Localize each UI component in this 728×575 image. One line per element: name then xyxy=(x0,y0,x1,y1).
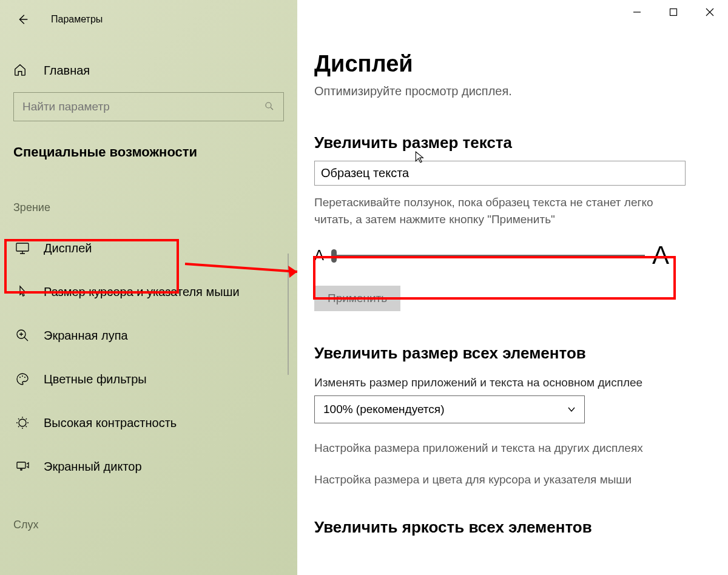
minimize-button[interactable] xyxy=(619,0,655,24)
sample-text-box: Образец текста xyxy=(314,161,686,186)
annotation-highlight-sidebar xyxy=(4,239,179,294)
arrow-left-icon xyxy=(16,13,30,26)
maximize-icon xyxy=(669,8,678,16)
back-button[interactable] xyxy=(15,11,32,28)
link-other-displays[interactable]: Настройка размера приложений и текста на… xyxy=(314,442,706,455)
page-title: Дисплей xyxy=(314,51,706,77)
maximize-button[interactable] xyxy=(655,0,692,24)
slider-instructions: Перетаскивайте ползунок, пока образец те… xyxy=(314,194,678,227)
annotation-highlight-slider xyxy=(313,256,676,300)
svg-point-3 xyxy=(19,377,21,378)
svg-rect-8 xyxy=(670,9,677,16)
narrator-icon xyxy=(15,459,30,474)
scroll-indicator[interactable] xyxy=(288,254,289,375)
section-text-size: Увеличить размер текста xyxy=(314,133,706,152)
sidebar-item-color-filters[interactable]: Цветные фильтры xyxy=(0,357,297,401)
search-icon xyxy=(264,101,276,113)
window-controls xyxy=(619,0,728,24)
svg-point-6 xyxy=(19,419,26,426)
close-button[interactable] xyxy=(692,0,728,24)
chevron-down-icon xyxy=(567,405,576,414)
sidebar-item-magnifier[interactable]: Экранная лупа xyxy=(0,314,297,357)
palette-icon xyxy=(15,371,30,387)
search-input[interactable] xyxy=(21,99,264,114)
sidebar-item-label: Высокая контрастность xyxy=(44,416,177,430)
sidebar-item-label: Экранная лупа xyxy=(44,329,128,343)
svg-point-4 xyxy=(22,375,23,377)
scale-description: Изменять размер приложений и текста на о… xyxy=(314,376,706,389)
minimize-icon xyxy=(633,8,641,16)
app-title: Параметры xyxy=(51,14,103,25)
sidebar-category-vision: Зрение xyxy=(13,201,297,214)
magnifier-plus-icon xyxy=(15,328,30,343)
sidebar-home[interactable]: Главная xyxy=(13,63,297,78)
scale-value: 100% (рекомендуется) xyxy=(323,403,444,416)
svg-point-5 xyxy=(24,377,25,378)
sidebar-item-label: Цветные фильтры xyxy=(44,372,147,386)
page-subtitle: Оптимизируйте просмотр дисплея. xyxy=(314,84,706,98)
svg-point-0 xyxy=(266,103,271,108)
sidebar-section-title: Специальные возможности xyxy=(13,144,297,160)
section-brightness: Увеличить яркость всех элементов xyxy=(314,518,706,537)
svg-rect-7 xyxy=(17,462,25,468)
sidebar-item-high-contrast[interactable]: Высокая контрастность xyxy=(0,401,297,445)
sidebar-item-label: Экранный диктор xyxy=(44,460,142,474)
titlebar: Параметры xyxy=(0,7,297,32)
sidebar-item-narrator[interactable]: Экранный диктор xyxy=(0,445,297,488)
search-box[interactable] xyxy=(13,92,284,121)
contrast-icon xyxy=(15,415,30,431)
close-icon xyxy=(706,8,714,16)
link-cursor-settings[interactable]: Настройка размера и цвета для курсора и … xyxy=(314,473,706,486)
home-icon xyxy=(13,63,28,78)
section-scale: Увеличить размер всех элементов xyxy=(314,344,706,363)
sidebar-category-hearing: Слух xyxy=(13,519,297,531)
sidebar-home-label: Главная xyxy=(44,64,90,78)
scale-combobox[interactable]: 100% (рекомендуется) xyxy=(314,395,585,423)
